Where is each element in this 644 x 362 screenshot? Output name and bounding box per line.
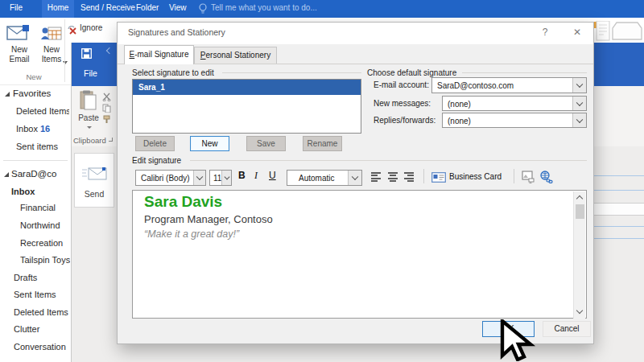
- chevron-down-icon: [196, 174, 203, 180]
- field-line: [587, 226, 644, 227]
- new-items-button[interactable]: New Items: [35, 23, 68, 74]
- group-hairline: [190, 160, 587, 161]
- send-label: Send: [75, 189, 114, 199]
- sidebar-item-financial[interactable]: Financial: [20, 203, 70, 212]
- sidebar-item-deleted-items2[interactable]: Deleted Items: [14, 307, 70, 317]
- dropdown-button[interactable]: [572, 113, 586, 127]
- dialog-title: Signatures and Stationery: [128, 27, 225, 37]
- dropdown-button[interactable]: [572, 78, 586, 93]
- close-button[interactable]: ✕: [568, 27, 586, 38]
- align-left-icon[interactable]: [371, 172, 382, 182]
- bold-button[interactable]: B: [238, 170, 246, 181]
- cancel-button[interactable]: Cancel: [543, 321, 591, 337]
- font-size-select[interactable]: 11: [209, 170, 232, 186]
- sidebar-item-inbox[interactable]: Inbox 16: [16, 124, 69, 134]
- sidebar-item-northwind[interactable]: Northwind: [20, 220, 70, 230]
- menu-file[interactable]: File: [10, 3, 23, 12]
- new-email-icon: [6, 24, 31, 45]
- paste-icon: [80, 90, 97, 114]
- undo-arrow-icon[interactable]: [106, 47, 113, 54]
- tell-me-box[interactable]: Tell me what you want to do...: [211, 3, 317, 12]
- new-email-label: New Email: [2, 45, 37, 64]
- underline-button[interactable]: U: [269, 170, 276, 181]
- align-center-icon[interactable]: [387, 172, 398, 182]
- sidebar-item-conversation[interactable]: Conversation: [14, 342, 70, 352]
- scrollbar-thumb[interactable]: [576, 204, 584, 219]
- save-icon[interactable]: [81, 47, 92, 62]
- sidebar-item-account-inbox[interactable]: Inbox: [11, 187, 69, 196]
- format-painter-icon[interactable]: [102, 113, 111, 127]
- sidebar-account-header[interactable]: SaraD@co: [11, 169, 70, 179]
- sidebar-item-drafts[interactable]: Drafts: [14, 273, 70, 282]
- save-button[interactable]: Save: [246, 136, 286, 151]
- inbox-unread-count: 16: [40, 124, 50, 134]
- sidebar-item-sent-items-fav[interactable]: Sent items: [16, 142, 69, 151]
- sidebar-item-tailspin-toys[interactable]: Tailspin Toys: [20, 255, 70, 265]
- signature-list-item-selected[interactable]: Sara_1: [133, 80, 361, 95]
- tab-personal-stationery[interactable]: Personal Stationery: [194, 47, 277, 64]
- menu-home-tab[interactable]: Home: [42, 0, 74, 18]
- menu-send-receive[interactable]: Send / Receive: [80, 3, 135, 12]
- font-family-select[interactable]: Calibri (Body): [135, 170, 206, 186]
- field-line: [587, 215, 644, 216]
- signature-name: Sara Davis: [144, 193, 222, 211]
- replies-forwards-select[interactable]: (none): [442, 113, 587, 128]
- ignore-button[interactable]: Ignore: [68, 22, 116, 38]
- document-icon: [593, 21, 611, 45]
- menu-folder[interactable]: Folder: [136, 3, 159, 12]
- sidebar-item-sent-items[interactable]: Sent Items: [14, 290, 70, 299]
- replies-forwards-value: (none): [448, 116, 471, 125]
- paste-dropdown-icon: [87, 126, 92, 129]
- new-email-button[interactable]: New Email: [3, 23, 35, 74]
- ribbon-bottom-divider: [0, 84, 71, 85]
- rename-button[interactable]: Rename: [303, 136, 342, 151]
- menu-view[interactable]: View: [169, 3, 187, 12]
- email-account-select[interactable]: SaraD@contoso.com: [431, 77, 587, 93]
- tab-email-signature[interactable]: E-mail Signature: [124, 45, 194, 64]
- sidebar-favorites-header[interactable]: Favorites: [13, 88, 69, 98]
- new-button[interactable]: New: [190, 136, 229, 151]
- signature-listbox[interactable]: Sara_1: [132, 79, 361, 134]
- replies-forwards-label: Replies/forwards:: [374, 116, 436, 125]
- new-messages-label: New messages:: [374, 99, 431, 108]
- send-button[interactable]: Send: [74, 153, 114, 208]
- scroll-up-icon[interactable]: [576, 195, 583, 202]
- new-messages-select[interactable]: (none): [442, 96, 587, 111]
- insert-picture-icon[interactable]: [522, 171, 535, 187]
- scroll-down-icon[interactable]: [576, 307, 583, 314]
- chevron-down-icon: [352, 174, 358, 180]
- delete-button[interactable]: Delete: [135, 136, 175, 151]
- expand-triangle-icon[interactable]: [4, 172, 9, 177]
- email-account-label: E-mail account:: [374, 80, 429, 89]
- expand-triangle-icon[interactable]: [5, 92, 10, 97]
- font-color-select[interactable]: Automatic: [287, 170, 362, 186]
- signature-edit-area[interactable]: Sara Davis Program Manager, Contoso “Mak…: [132, 190, 587, 319]
- sidebar-item-deleted-items[interactable]: Deleted Items: [16, 106, 69, 116]
- sidebar-divider: [3, 160, 68, 161]
- folder-sidebar: Favorites Deleted Items Inbox 16 Sent it…: [0, 87, 70, 362]
- dropdown-button[interactable]: [348, 171, 361, 185]
- group-divider: [64, 19, 65, 82]
- ignore-label: Ignore: [80, 23, 102, 32]
- chevron-down-icon: [576, 99, 583, 105]
- insert-hyperlink-icon[interactable]: [539, 171, 553, 187]
- group-hairline: [462, 72, 587, 73]
- help-button[interactable]: ?: [536, 27, 554, 38]
- business-card-button[interactable]: Business Card: [431, 170, 509, 184]
- sidebar-item-recreation[interactable]: Recreation: [20, 238, 70, 248]
- italic-button[interactable]: I: [254, 170, 258, 182]
- inbox-label: Inbox: [16, 124, 38, 134]
- chevron-down-icon: [576, 81, 583, 88]
- dialog-launcher-icon[interactable]: [109, 138, 113, 142]
- paste-button[interactable]: Paste: [76, 89, 101, 134]
- sidebar-item-clutter[interactable]: Clutter: [14, 324, 70, 334]
- dropdown-button[interactable]: [572, 97, 586, 110]
- scrollbar[interactable]: [573, 191, 585, 319]
- toolbar-divider: [514, 169, 514, 183]
- subject-field[interactable]: [587, 204, 644, 215]
- dialog-titlebar[interactable]: Signatures and Stationery ? ✕: [118, 23, 593, 44]
- dropdown-button[interactable]: [221, 171, 231, 185]
- dropdown-button[interactable]: [193, 171, 205, 185]
- align-right-icon[interactable]: [403, 172, 414, 182]
- compose-file-tab[interactable]: File: [84, 68, 97, 78]
